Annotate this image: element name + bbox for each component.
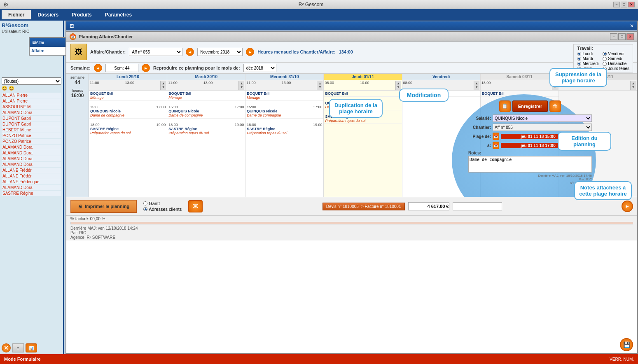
- next-month-btn[interactable]: ►: [246, 48, 254, 56]
- day-samedi-radio[interactable]: [603, 57, 607, 61]
- mardi-slot-2[interactable]: 15:0017:00 QUINQUIS Nicole Dame de compa…: [167, 104, 245, 119]
- planning-close[interactable]: ✕: [626, 33, 634, 40]
- maximize-btn[interactable]: □: [621, 2, 627, 7]
- client-item-4[interactable]: DUPONT Gabri: [2, 116, 61, 121]
- sidebar-action-btn[interactable]: ≡: [12, 343, 24, 352]
- day-vendredi[interactable]: Vendredi: [603, 51, 629, 56]
- menu-dossiers[interactable]: Dossiers: [31, 10, 65, 19]
- client-item-15[interactable]: ALLANE Frédérique: [2, 179, 61, 184]
- plage-de-next[interactable]: ►: [585, 133, 592, 140]
- client-item-10[interactable]: ALAMAND Dora: [2, 150, 61, 156]
- client-item-12[interactable]: ALAMAND Dora: [2, 162, 61, 167]
- adresses-radio-item[interactable]: Adresses clients: [143, 207, 182, 212]
- lundi-slot-2[interactable]: 15:0017:00 QUINQUIS Nicole Dame de compa…: [89, 104, 167, 119]
- day-mardi[interactable]: Mardi: [577, 56, 598, 61]
- sidebar-close-btn[interactable]: ✕: [2, 343, 11, 352]
- jeudi-slot-3[interactable]: SASTRE Régine Préparation repas du soi: [324, 114, 402, 124]
- client-item-2[interactable]: ASSOULINE Mi: [2, 104, 61, 110]
- jeudi-scroll[interactable]: ▲▼: [395, 81, 401, 90]
- mercredi-slot-2[interactable]: 15:0017:00 QUINQUIS Nicole Dame de compa…: [245, 104, 323, 119]
- adresses-radio[interactable]: [143, 207, 147, 211]
- salarie-select[interactable]: QUINQUIS Nicole: [493, 114, 592, 122]
- vendredi-scroll[interactable]: ▲▼: [474, 81, 479, 90]
- gantt-radio-item[interactable]: Gantt: [143, 201, 182, 206]
- samedi-slot-1[interactable]: BOQUET Bill: [481, 91, 559, 97]
- reproduire-select[interactable]: déc 2018: [243, 64, 276, 72]
- day-lundi[interactable]: Lundi: [577, 51, 598, 56]
- planning-maximize[interactable]: □: [618, 33, 626, 40]
- montant-input[interactable]: [408, 202, 449, 210]
- client-item-1[interactable]: ALLAN Pierre: [2, 98, 61, 104]
- client-item-16[interactable]: ALAMAND Dora: [2, 185, 61, 190]
- client-item-17[interactable]: SASTRE Régine: [2, 191, 61, 196]
- a-cal-btn[interactable]: 📅: [493, 142, 499, 149]
- delete-slot-btn[interactable]: 🗑: [549, 100, 561, 112]
- client-item-0[interactable]: ALLAN Pierre: [2, 93, 61, 98]
- save-btn[interactable]: 💾: [620, 338, 633, 351]
- duplicate-slot-btn[interactable]: 📋: [499, 100, 511, 112]
- day-feries-radio[interactable]: [603, 67, 607, 71]
- client-item-6[interactable]: HEBERT Miche: [2, 127, 61, 133]
- day-mercredi-radio[interactable]: [577, 62, 581, 66]
- affaire-chantier-select[interactable]: Aff n° 055: [129, 48, 182, 56]
- menu-produits[interactable]: Produits: [65, 10, 98, 19]
- mercredi-slot-1[interactable]: BOQUET Bill Ménage: [245, 91, 323, 101]
- a-next[interactable]: ►: [585, 142, 592, 149]
- menu-parametres[interactable]: Paramètres: [98, 10, 138, 19]
- planning-window-controls[interactable]: − □ ✕: [610, 33, 634, 40]
- mardi-scroll[interactable]: ▲▼: [238, 81, 244, 90]
- client-item-14[interactable]: ALLANE Frédér: [2, 173, 61, 179]
- day-jeudi-radio[interactable]: [577, 67, 581, 71]
- day-dimanche[interactable]: Dimanche: [603, 61, 629, 66]
- mercredi-scroll[interactable]: ▲▼: [317, 81, 323, 90]
- notes-textarea[interactable]: Dame de compagnie: [468, 156, 592, 173]
- plage-de-cal-btn[interactable]: 📅: [493, 133, 499, 140]
- client-item-13[interactable]: ALLANE Frédér: [2, 168, 61, 173]
- autre-input[interactable]: [453, 202, 502, 210]
- client-item-7[interactable]: PONZO Patrice: [2, 133, 61, 138]
- month-select[interactable]: Novembre 2018: [197, 48, 243, 56]
- client-item-8[interactable]: PONZO Patrice: [2, 139, 61, 144]
- email-btn[interactable]: ✉: [188, 200, 203, 212]
- sidebar-chart-btn[interactable]: 📊: [26, 343, 37, 352]
- minimize-btn[interactable]: −: [613, 2, 620, 7]
- day-vendredi-radio[interactable]: [603, 52, 607, 56]
- planning-minimize[interactable]: −: [610, 33, 617, 40]
- close-icon[interactable]: ✕: [630, 23, 634, 29]
- day-mercredi[interactable]: Mercredi: [577, 61, 598, 66]
- chantier-select[interactable]: Aff n° 055: [493, 124, 592, 131]
- client-item-5[interactable]: DUPONT Gabri: [2, 121, 61, 127]
- dimanche-scroll[interactable]: ▲▼: [630, 81, 636, 90]
- prev-month-btn[interactable]: ◄: [186, 48, 194, 56]
- gantt-radio[interactable]: [143, 201, 147, 205]
- filter-select[interactable]: (Toutes): [2, 77, 61, 85]
- day-feries[interactable]: Jours fériés: [603, 66, 629, 71]
- devis-btn[interactable]: Devis n° 1810005 -> Facture n° 1810001: [323, 203, 405, 210]
- day-jeudi[interactable]: Jeudi: [577, 66, 598, 71]
- close-btn[interactable]: ✕: [628, 2, 635, 7]
- plage-de-prev[interactable]: ◄: [577, 133, 584, 140]
- vendredi-slot-1[interactable]: BOQUET Bill: [402, 91, 480, 97]
- mardi-slot-3[interactable]: 18:0019:00 SASTRE Régine Préparation rep…: [167, 122, 245, 136]
- jeudi-slot-2[interactable]: QUINQUIS Nicole Dame de compagnie: [324, 100, 402, 110]
- print-planning-btn[interactable]: 🖨 Imprimer le planning: [70, 200, 137, 213]
- client-item-11[interactable]: ALAMAND Dora: [2, 156, 61, 161]
- jeudi-slot-1[interactable]: BOQUET Bill: [324, 91, 402, 97]
- lundi-slot-3[interactable]: 18:0019:00 SASTRE Régine Préparation rep…: [89, 122, 167, 136]
- lundi-scroll[interactable]: ▲▼: [160, 81, 166, 90]
- menu-fichier[interactable]: Fichier: [2, 10, 31, 19]
- nav-btn[interactable]: ►: [622, 201, 633, 212]
- next-week-btn[interactable]: ►: [142, 64, 150, 72]
- day-dimanche-radio[interactable]: [603, 62, 607, 66]
- mardi-slot-1[interactable]: BOQUET Bill Ménage: [167, 91, 245, 101]
- window-controls[interactable]: − □ ✕: [613, 2, 635, 7]
- samedi-scroll[interactable]: ▲▼: [552, 81, 558, 90]
- day-samedi[interactable]: Samedi: [603, 56, 629, 61]
- client-item-9[interactable]: ALAMAND Dora: [2, 145, 61, 150]
- a-prev[interactable]: ◄: [577, 142, 584, 149]
- day-mardi-radio[interactable]: [577, 57, 581, 61]
- client-item-3[interactable]: ALAMAND Dora: [2, 110, 61, 115]
- semaine-input[interactable]: [105, 64, 138, 72]
- lundi-slot-1[interactable]: BOQUET Bill Ménage: [89, 91, 167, 101]
- mercredi-slot-3[interactable]: 18:0019:00 SASTRE Régine Préparation rep…: [245, 122, 323, 136]
